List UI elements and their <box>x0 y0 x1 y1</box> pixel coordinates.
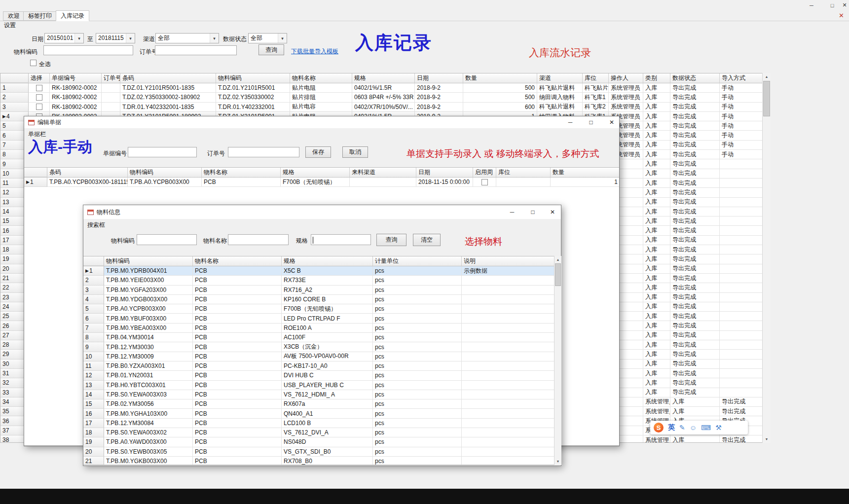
row-checkbox[interactable] <box>36 94 42 101</box>
cell[interactable]: PCB <box>193 437 282 447</box>
column-header[interactable]: 库位 <box>496 168 551 177</box>
cell[interactable]: 导出完成 <box>670 360 720 369</box>
menu-settings[interactable]: 设置 <box>4 21 16 30</box>
cell[interactable]: 导出完成 <box>720 397 763 407</box>
cell[interactable] <box>720 350 763 359</box>
cell[interactable]: PCB <box>193 409 282 418</box>
cell[interactable]: 入库 <box>643 150 670 159</box>
doc-no-input[interactable] <box>128 147 197 157</box>
cell[interactable] <box>350 178 416 187</box>
cell[interactable] <box>462 304 555 314</box>
cell[interactable]: VS_7612_DVI_A <box>282 428 373 437</box>
row-header[interactable]: 2 <box>83 276 104 285</box>
cell[interactable]: 600 <box>463 103 537 112</box>
column-header[interactable]: 物料编码 <box>128 168 202 177</box>
row-checkbox[interactable] <box>36 85 42 91</box>
cell[interactable]: 导出完成 <box>670 350 720 359</box>
cell[interactable]: PCB <box>193 324 282 333</box>
table-row[interactable]: 17T.PB.12.YM30084PCBLCD100 Bpcs <box>83 419 561 428</box>
scroll-down-icon[interactable]: ▼ <box>763 435 771 443</box>
row-header[interactable]: 6 <box>83 314 104 323</box>
cell[interactable]: 入库 <box>643 83 670 93</box>
date-to-combo[interactable]: 20181115 ▾ <box>96 33 135 43</box>
cell[interactable]: RX607a <box>282 399 373 409</box>
cell[interactable] <box>720 360 763 369</box>
cell[interactable] <box>720 236 763 245</box>
cell[interactable]: 导出完成 <box>670 131 720 140</box>
cell[interactable]: 导出完成 <box>670 198 720 207</box>
dialog-minimize-button[interactable]: ─ <box>563 116 578 128</box>
scrollbar-thumb[interactable] <box>555 263 561 286</box>
cell[interactable]: 导出完成 <box>670 112 720 121</box>
checkbox-cell[interactable] <box>473 178 496 187</box>
cell[interactable]: 导出完成 <box>670 216 720 226</box>
save-button[interactable]: 保存 <box>305 146 331 158</box>
row-header-corner[interactable] <box>0 73 29 83</box>
sogou-logo[interactable]: S <box>654 423 664 432</box>
table-row[interactable]: 3T.PB.M0.YGFA203X00PCBRX716_A2pcs <box>83 286 561 295</box>
cell[interactable]: 科飞贴片退料 <box>537 103 583 112</box>
cell[interactable] <box>720 264 763 274</box>
cell[interactable]: PC-KB17-10_A0 <box>282 361 373 371</box>
column-header[interactable]: 条码 <box>47 168 128 177</box>
cell[interactable]: 导出完成 <box>670 207 720 216</box>
cell[interactable]: 系统管理员 <box>643 407 670 416</box>
scroll-up-icon[interactable]: ▲ <box>763 73 771 80</box>
cell[interactable]: 导出完成 <box>670 340 720 350</box>
cell[interactable]: 入库 <box>670 397 720 407</box>
cell[interactable]: T.DR.01.Y402332001 <box>216 103 290 112</box>
column-header[interactable]: 日期 <box>416 168 473 177</box>
row-header[interactable]: 10 <box>83 352 104 361</box>
cell[interactable] <box>462 419 555 428</box>
cell[interactable]: 入库 <box>643 302 670 312</box>
cell[interactable] <box>720 378 763 388</box>
cell[interactable] <box>720 254 763 264</box>
row-header-corner[interactable] <box>24 168 47 177</box>
table-row[interactable]: 2RK-180902-0002T.DZ.02.Y350330002-180902… <box>0 93 770 102</box>
cell[interactable]: 入库 <box>643 378 670 388</box>
row-header[interactable]: 3 <box>83 286 104 295</box>
cell[interactable]: pcs <box>373 304 462 314</box>
row-checkbox[interactable] <box>481 179 488 185</box>
cell[interactable] <box>720 331 763 340</box>
cell[interactable]: pcs <box>373 381 462 390</box>
cell[interactable]: T.PB.H0.YBTC003X01 <box>104 381 193 390</box>
dialog-minimize-button[interactable]: ─ <box>505 205 519 219</box>
cell[interactable] <box>462 447 555 457</box>
cell[interactable] <box>720 198 763 207</box>
chevron-down-icon[interactable]: ▾ <box>126 34 135 43</box>
cell[interactable]: KP160 CORE B <box>282 295 373 304</box>
cell[interactable]: 入库 <box>643 103 670 112</box>
cell[interactable]: T.DZ.02.Y350330002 <box>216 93 290 102</box>
cell[interactable]: NS048D <box>282 437 373 447</box>
cell[interactable]: 入库 <box>643 331 670 340</box>
clear-button[interactable]: 清空 <box>413 234 441 246</box>
cell[interactable]: PCB <box>193 457 282 465</box>
table-row[interactable]: 6T.PB.M0.YBUF003X00PCBLED Pro CTRLPAD Fp… <box>83 314 561 323</box>
scroll-up-icon[interactable]: ▲ <box>554 256 561 263</box>
cell[interactable]: 导出完成 <box>670 264 720 274</box>
cell[interactable]: T.PB.M0.YBUF003X00 <box>104 314 193 323</box>
column-header[interactable]: 计量单位 <box>373 256 462 266</box>
cell[interactable]: LED Pro CTRLPAD F <box>282 314 373 323</box>
cell[interactable] <box>496 178 551 187</box>
table-row[interactable]: 19T.PB.A0.YAWD003X00PCBNS048Dpcs <box>83 437 561 447</box>
cell[interactable]: 手动 <box>720 121 763 131</box>
cell[interactable] <box>720 293 763 302</box>
cell[interactable]: RK-180902-0002 <box>50 93 102 102</box>
cell[interactable]: PCB <box>193 361 282 371</box>
cell[interactable]: pcs <box>373 390 462 399</box>
scrollbar-thumb[interactable] <box>763 81 770 116</box>
cell[interactable] <box>720 226 763 235</box>
cell[interactable]: X3CB（沉金） <box>282 342 373 352</box>
cell[interactable]: 导出完成 <box>670 169 720 179</box>
cell[interactable]: 科飞库1 <box>583 93 609 102</box>
cell[interactable] <box>720 179 763 188</box>
cell[interactable] <box>102 83 120 93</box>
column-header[interactable]: 订单号 <box>102 73 120 83</box>
row-header[interactable]: 14 <box>83 390 104 399</box>
cell[interactable]: 入库 <box>643 121 670 131</box>
column-header[interactable]: 日期 <box>415 73 463 83</box>
table-row[interactable]: 1RK-180902-0002T.DZ.01.Y2101R5001-1835T.… <box>0 83 770 93</box>
dialog-close-button[interactable]: ✕ <box>545 205 560 219</box>
